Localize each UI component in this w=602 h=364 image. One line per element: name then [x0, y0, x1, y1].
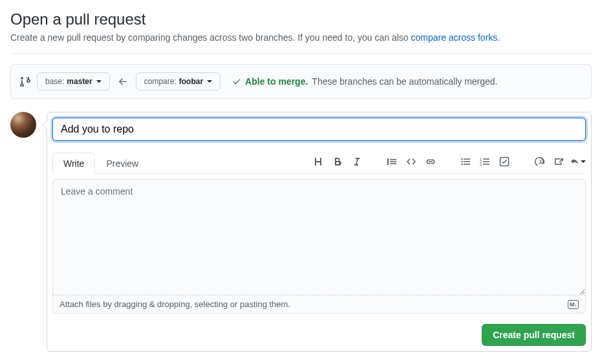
tab-preview[interactable]: Preview: [95, 153, 149, 174]
attach-hint-bar[interactable]: Attach files by dragging & dropping, sel…: [52, 295, 586, 314]
svg-text:3: 3: [480, 163, 482, 167]
editor-tabs: Write Preview: [52, 153, 149, 173]
base-label: base:: [45, 76, 64, 87]
markdown-toolbar: 123: [310, 154, 586, 173]
branch-compare-bar: base: master compare: foobar Able to mer…: [10, 64, 592, 99]
compare-branch-selector[interactable]: compare: foobar: [136, 72, 220, 91]
tasklist-icon[interactable]: [497, 154, 512, 169]
svg-point-1: [461, 161, 462, 162]
page-subtitle: Create a new pull request by comparing c…: [10, 32, 592, 43]
ordered-list-icon[interactable]: 123: [477, 154, 493, 169]
avatar[interactable]: [10, 112, 36, 138]
comment-textarea[interactable]: [52, 179, 586, 295]
attach-hint-text: Attach files by dragging & dropping, sel…: [59, 299, 290, 309]
compare-forks-link[interactable]: compare across forks: [411, 32, 497, 43]
arrow-left-icon: [116, 76, 129, 87]
compose-box: Write Preview 123: [47, 112, 592, 352]
subtitle-post: .: [497, 32, 500, 43]
svg-point-2: [461, 164, 462, 165]
divider: [10, 53, 592, 54]
reply-icon[interactable]: [570, 154, 586, 169]
mention-icon[interactable]: [532, 154, 547, 169]
svg-point-0: [461, 158, 462, 160]
code-icon[interactable]: [403, 154, 419, 169]
base-value: master: [67, 76, 92, 87]
unordered-list-icon[interactable]: [458, 154, 473, 169]
bold-icon[interactable]: [330, 154, 345, 169]
heading-icon[interactable]: [310, 154, 326, 169]
compare-value: foobar: [179, 76, 203, 87]
italic-icon[interactable]: [349, 154, 365, 169]
link-icon[interactable]: [423, 154, 438, 169]
merge-status-desc: These branches can be automatically merg…: [312, 76, 497, 87]
tab-write[interactable]: Write: [52, 153, 95, 174]
git-compare-icon: [20, 76, 30, 87]
create-pull-request-button[interactable]: Create pull request: [482, 324, 586, 346]
pr-title-input[interactable]: [52, 118, 586, 141]
page-title: Open a pull request: [10, 10, 592, 28]
markdown-supported-icon[interactable]: M↓: [568, 300, 579, 309]
chevron-down-icon: [96, 80, 102, 83]
subtitle-text: Create a new pull request by comparing c…: [10, 32, 411, 43]
merge-status-ok: Able to merge.: [245, 76, 308, 87]
base-branch-selector[interactable]: base: master: [37, 72, 110, 91]
chevron-down-icon: [207, 80, 212, 83]
merge-status: Able to merge. These branches can be aut…: [232, 76, 497, 87]
check-icon: [232, 77, 241, 86]
quote-icon[interactable]: [384, 154, 400, 169]
composer-row: Write Preview 123: [10, 112, 592, 352]
cross-reference-icon[interactable]: [551, 154, 566, 169]
compare-label: compare:: [144, 76, 177, 87]
